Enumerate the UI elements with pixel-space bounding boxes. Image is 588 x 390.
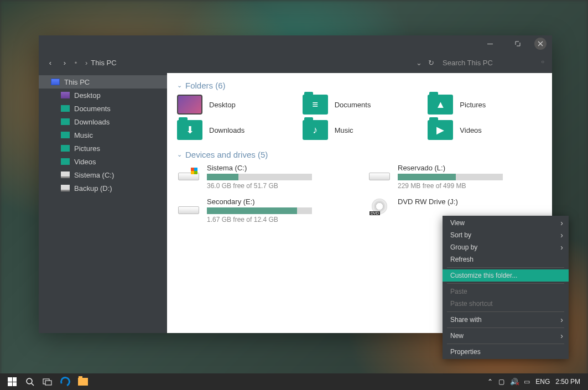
start-button[interactable] xyxy=(3,373,21,390)
documents-folder-icon: ≡ xyxy=(303,95,328,115)
ctx-sort-by[interactable]: Sort by xyxy=(443,229,569,241)
maximize-button[interactable] xyxy=(507,35,529,52)
folder-label: Pictures xyxy=(460,101,486,109)
folder-desktop[interactable]: Desktop xyxy=(177,95,292,115)
folder-label: Documents xyxy=(335,101,371,109)
sidebar-item-pictures[interactable]: Pictures xyxy=(39,142,167,155)
edge-icon[interactable] xyxy=(56,373,74,390)
folder-label: Music xyxy=(335,126,353,134)
downloads-folder-icon: ⬇ xyxy=(177,120,202,140)
task-view-icon[interactable] xyxy=(39,373,56,390)
videos-folder-icon: ▶ xyxy=(428,120,453,140)
drive-name: DVD RW Drive (J:) xyxy=(398,197,542,206)
folder-label: Downloads xyxy=(209,126,244,134)
sidebar-item-label: Sistema (C:) xyxy=(74,171,114,179)
ctx-paste[interactable]: Paste xyxy=(443,285,569,298)
documents-icon xyxy=(61,105,70,112)
separator xyxy=(447,267,564,268)
sidebar-item-label: This PC xyxy=(64,78,90,86)
search-icon[interactable] xyxy=(21,373,39,390)
videos-icon xyxy=(61,158,70,165)
forward-button[interactable]: › xyxy=(58,55,72,70)
folder-videos[interactable]: ▶Videos xyxy=(428,120,542,140)
folder-pictures[interactable]: ▲Pictures xyxy=(428,95,542,115)
explorer-icon[interactable] xyxy=(74,373,92,390)
sidebar-item-label: Music xyxy=(74,131,93,139)
drive-name: Secondary (E:) xyxy=(207,197,351,206)
disk-icon xyxy=(61,171,70,178)
folders-section-header[interactable]: ⌄Folders (6) xyxy=(177,81,542,90)
ctx-customize-folder[interactable]: Customize this folder... xyxy=(443,269,569,282)
disk-icon xyxy=(177,164,200,180)
drive-sistema-c[interactable]: Sistema (C:)36.0 GB free of 51.7 GB xyxy=(177,164,351,190)
pictures-folder-icon: ▲ xyxy=(428,95,453,115)
sidebar-item-this-pc[interactable]: This PC xyxy=(39,75,167,89)
drives-section-header[interactable]: ⌄Devices and drives (5) xyxy=(177,150,542,159)
folder-documents[interactable]: ≡Documents xyxy=(303,95,417,115)
sidebar-item-label: Desktop xyxy=(74,91,101,100)
search-input[interactable]: Search This PC xyxy=(443,59,548,67)
sidebar-item-downloads[interactable]: Downloads xyxy=(39,115,167,128)
context-menu: View Sort by Group by Refresh Customize … xyxy=(443,216,569,359)
minimize-button[interactable] xyxy=(479,35,501,52)
chevron-right-icon: › xyxy=(85,59,87,67)
drive-reservado-l[interactable]: Reservado (L:)229 MB free of 499 MB xyxy=(368,164,542,190)
drive-free-text: 229 MB free of 499 MB xyxy=(398,182,542,190)
drive-usage-bar xyxy=(207,174,312,180)
disk-icon xyxy=(368,164,391,180)
pictures-icon xyxy=(61,145,70,152)
close-button[interactable] xyxy=(534,38,547,50)
ctx-view[interactable]: View xyxy=(443,217,569,229)
ctx-share-with[interactable]: Share with xyxy=(443,314,569,326)
titlebar xyxy=(39,35,552,52)
separator xyxy=(447,344,564,344)
breadcrumb[interactable]: › This PC xyxy=(85,59,117,67)
folder-label: Desktop xyxy=(209,101,236,109)
section-title: Devices and drives (5) xyxy=(185,150,268,159)
drive-name: Sistema (C:) xyxy=(207,164,351,172)
svg-rect-4 xyxy=(45,381,51,385)
ctx-properties[interactable]: Properties xyxy=(443,346,569,358)
sidebar-item-documents[interactable]: Documents xyxy=(39,102,167,115)
language-indicator[interactable]: ENG xyxy=(535,378,550,386)
sidebar-item-drive-c[interactable]: Sistema (C:) xyxy=(39,168,167,181)
sidebar-item-drive-d[interactable]: Backup (D:) xyxy=(39,181,167,195)
dvd-icon: DVD xyxy=(368,197,391,214)
system-tray: ⌃ ▢ 🔊✕ ▭ ENG 2:50 PM xyxy=(487,378,585,386)
music-folder-icon: ♪ xyxy=(303,120,328,140)
folder-downloads[interactable]: ⬇Downloads xyxy=(177,120,292,140)
back-button[interactable]: ‹ xyxy=(43,55,58,70)
svg-line-2 xyxy=(32,383,34,386)
drive-free-text: 36.0 GB free of 51.7 GB xyxy=(207,182,351,190)
tray-chevron-icon[interactable]: ⌃ xyxy=(487,378,493,386)
pc-icon xyxy=(51,79,60,85)
clock[interactable]: 2:50 PM xyxy=(555,378,580,386)
folder-music[interactable]: ♪Music xyxy=(303,120,417,140)
ctx-new[interactable]: New xyxy=(443,330,569,342)
sidebar-item-music[interactable]: Music xyxy=(39,128,167,142)
ctx-group-by[interactable]: Group by xyxy=(443,241,569,253)
desktop-icon xyxy=(61,92,70,98)
volume-icon[interactable]: 🔊✕ xyxy=(510,378,518,386)
sidebar-item-label: Documents xyxy=(74,105,111,113)
recent-locations-icon[interactable]: • xyxy=(72,59,80,67)
sidebar-item-videos[interactable]: Videos xyxy=(39,155,167,168)
chevron-down-icon: ⌄ xyxy=(177,151,182,158)
display-icon[interactable]: ▢ xyxy=(498,378,504,386)
ctx-paste-shortcut[interactable]: Paste shortcut xyxy=(443,298,569,310)
refresh-button[interactable]: ↻ xyxy=(425,59,437,67)
separator xyxy=(447,327,564,328)
svg-rect-0 xyxy=(487,44,493,44)
desktop-folder-icon xyxy=(177,95,202,115)
drive-usage-bar xyxy=(398,174,503,180)
ctx-refresh[interactable]: Refresh xyxy=(443,253,569,266)
action-center-icon[interactable]: ▭ xyxy=(524,378,530,386)
drive-secondary-e[interactable]: Secondary (E:)1.67 GB free of 12.4 GB xyxy=(177,197,351,223)
sidebar-item-desktop[interactable]: Desktop xyxy=(39,89,167,102)
sidebar: This PC Desktop Documents Downloads Musi… xyxy=(39,73,167,333)
separator xyxy=(447,283,564,284)
drive-free-text: 1.67 GB free of 12.4 GB xyxy=(207,216,351,223)
address-dropdown-icon[interactable]: ⌄ xyxy=(413,59,425,67)
downloads-icon xyxy=(61,118,70,125)
sidebar-item-label: Backup (D:) xyxy=(74,184,112,193)
